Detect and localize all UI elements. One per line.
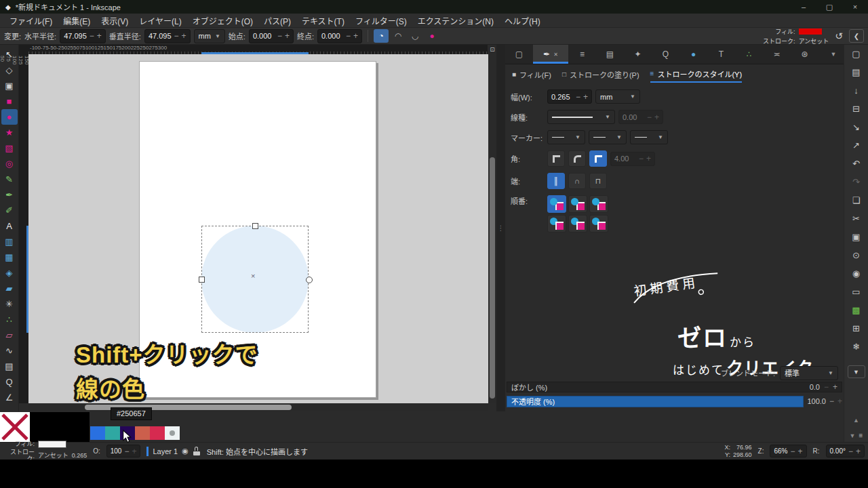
paint-order-button-3[interactable] [589,195,608,213]
fill-stroke-icon[interactable]: ✒ [533,45,568,64]
menu-item[interactable]: レイヤー(L) [134,14,186,27]
layer-visibility-eye-icon[interactable]: ◉ [182,447,189,455]
increment-icon[interactable]: + [97,32,102,40]
decrement-icon[interactable]: − [174,32,179,40]
redo-icon[interactable]: ↷ [851,177,862,187]
swatch-white[interactable] [165,426,180,440]
export-dialog-icon[interactable]: ⊛ [791,45,818,64]
fill-color-swatch[interactable] [799,28,822,35]
swatch-crimson[interactable] [150,426,165,440]
marker-start-dropdown[interactable]: ▼ [547,130,585,144]
opacity-value[interactable]: 100.0 [807,397,826,405]
join-miter-button[interactable] [547,150,565,167]
tab-fill[interactable]: ■ フィル(F) [512,69,551,82]
menu-item[interactable]: ヘルプ(H) [499,14,546,27]
decrement-icon[interactable]: − [124,447,129,455]
horizontal-ruler[interactable]: -100-75-50-25025507510012515017520022525… [28,45,488,54]
decrement-icon[interactable]: − [848,447,853,455]
import-icon[interactable]: ↘ [851,122,862,132]
rotation-reset-icon[interactable]: ↺ [835,30,843,41]
tab-stroke-paint[interactable]: □ ストロークの塗り(P) [562,69,639,82]
text-dialog-icon[interactable]: T [707,45,735,64]
decrement-icon[interactable]: − [346,32,351,40]
increment-icon[interactable]: + [353,32,358,40]
paste-icon[interactable]: ▣ [851,232,862,242]
statusbar-fill-swatch[interactable] [38,441,66,448]
cap-round-button[interactable]: ∩ [568,173,586,189]
marker-end-dropdown[interactable]: ▼ [630,130,668,144]
dock-more-icon[interactable]: ▼ [823,45,844,64]
chord-button[interactable]: ◡ [408,29,422,43]
menu-item[interactable]: テキスト(T) [296,14,350,27]
extensions-icon[interactable]: ∴ [735,45,763,64]
menu-item[interactable]: フィルター(S) [350,14,412,27]
arc-handle-right[interactable] [306,277,313,283]
zoom-selection-icon[interactable]: ⊙ [851,250,862,260]
close-button[interactable]: × [842,0,868,14]
black-swatch[interactable] [60,412,90,442]
transform-icon[interactable]: ✦ [624,45,652,64]
snap-icon[interactable]: ❄ [851,342,862,352]
layer-indicator[interactable]: Layer 1 ◉ [146,447,200,456]
dock-scroll-up-icon[interactable]: ▲ [853,417,859,424]
unit-dropdown[interactable]: mm▼ [194,29,225,43]
dash-pattern-dropdown[interactable]: ▼ [547,110,615,124]
decrement-icon[interactable]: − [90,32,94,40]
increment-icon[interactable]: + [583,93,588,101]
collapse-toolbar-button[interactable]: ❮ [849,29,864,43]
increment-icon[interactable]: + [856,447,861,455]
canvas[interactable]: × Shift+クリックで 線の色 [28,54,488,403]
join-bevel-button[interactable] [589,150,607,167]
end-input[interactable]: 0.000 − + [317,29,362,43]
zoom-drawing-icon[interactable]: ◉ [851,268,862,279]
layer-name[interactable]: Layer 1 [153,447,178,455]
cut-icon[interactable]: ✂ [851,214,862,224]
rx-input[interactable]: 47.095 − + [60,29,106,43]
paint-order-button-2[interactable] [568,195,587,213]
slice-button[interactable]: ◔ [374,29,389,43]
black-swatch[interactable] [30,412,60,442]
decrement-icon[interactable]: − [576,93,580,101]
minimize-button[interactable]: – [791,0,816,14]
decrement-icon[interactable]: − [790,447,795,455]
menu-item[interactable]: エクステンション(N) [412,14,499,27]
document-properties-icon[interactable]: ▢ [505,45,533,64]
vertical-scrollbar-thumb[interactable] [490,157,495,399]
increment-icon[interactable]: + [285,32,290,40]
duplicate-icon[interactable]: ▩ [851,305,862,315]
menu-item[interactable]: パス(P) [258,14,296,27]
object-opacity-input[interactable]: 100 − + [106,445,141,458]
color-managed-view-icon[interactable]: ⊡ [488,45,497,54]
blend-mode-dropdown[interactable]: 標準▼ [780,366,838,380]
command-bar-overflow-button[interactable]: ▼ [848,365,865,378]
opacity-slider[interactable]: 不透明度 (%) [507,396,804,407]
horizontal-scrollbar[interactable] [28,403,488,411]
paint-order-button-6[interactable] [589,215,608,232]
increment-icon[interactable]: + [833,383,837,391]
decrement-icon[interactable]: − [277,32,282,40]
open-icon[interactable]: ▤ [851,67,862,77]
paint-servers-icon[interactable]: ● [679,45,707,64]
join-round-button[interactable] [568,150,586,167]
arc-button[interactable]: ◠ [391,29,406,43]
marker-mid-dropdown[interactable]: ▼ [589,130,627,144]
layers-icon[interactable]: ≡ [568,45,596,64]
ry-input[interactable]: 47.095 − + [144,29,191,43]
cap-square-button[interactable]: ⊓ [589,173,607,189]
find-icon[interactable]: Q [652,45,679,64]
whole-ellipse-button[interactable]: ● [425,29,439,43]
copy-icon[interactable]: ❏ [851,195,862,205]
swatch-blue[interactable] [90,426,105,440]
statusbar-fill-stroke[interactable]: フィル: ストローク: アンセット 0.265 [3,441,87,462]
menu-item[interactable]: 表示(V) [96,14,134,27]
resize-handle-top[interactable] [252,223,258,229]
print-icon[interactable]: ⊟ [851,104,862,114]
zoom-input[interactable]: 66% − + [770,445,806,458]
fill-stroke-indicator[interactable]: フィル: ストローク: アンセット [763,27,829,45]
save-icon[interactable]: ↓ [851,85,862,96]
blur-slider[interactable]: ぼかし (%) 0.0 −+ [507,382,842,392]
menu-item[interactable]: ファイル(F) [4,14,58,27]
new-document-icon[interactable]: ▢ [851,49,862,59]
zoom-page-icon[interactable]: ▭ [851,287,862,297]
paint-order-button-1[interactable] [547,195,566,213]
